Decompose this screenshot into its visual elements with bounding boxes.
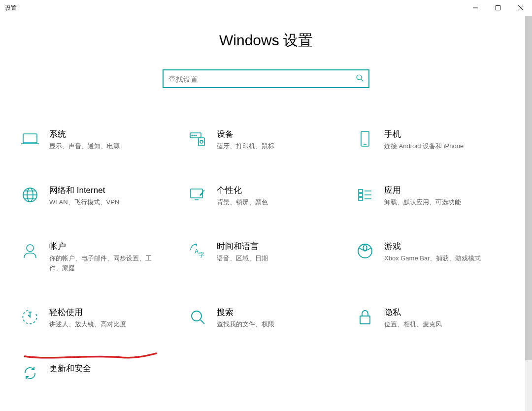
titlebar: 设置 [0, 0, 532, 16]
svg-rect-6 [23, 134, 37, 143]
tile-system[interactable]: 系统 显示、声音、通知、电源 [20, 128, 177, 151]
tile-title: 网络和 Internet [49, 185, 119, 196]
tile-gaming[interactable]: 游戏 Xbox Game Bar、捕获、游戏模式 [355, 241, 512, 273]
svg-rect-12 [199, 138, 204, 146]
tile-accounts[interactable]: 帐户 你的帐户、电子邮件、同步设置、工作、家庭 [20, 241, 177, 273]
svg-rect-24 [359, 190, 363, 192]
tile-desc: 讲述人、放大镜、高对比度 [49, 319, 126, 329]
ease-of-access-icon [20, 307, 40, 327]
content-area: Windows 设置 系统 显示、声音、通知、电源 设备 蓝牙、打 [0, 16, 532, 411]
svg-point-9 [192, 135, 193, 136]
tile-title: 设备 [217, 128, 274, 140]
window-controls [464, 0, 532, 16]
svg-text:A: A [195, 248, 199, 255]
tile-title: 更新和安全 [49, 363, 91, 375]
time-language-icon: A字 [187, 241, 208, 261]
tile-desc: 蓝牙、打印机、鼠标 [217, 141, 274, 151]
close-button[interactable] [509, 0, 532, 16]
tile-title: 手机 [384, 128, 464, 140]
tile-desc: 你的帐户、电子邮件、同步设置、工作、家庭 [49, 253, 163, 273]
svg-line-5 [361, 79, 363, 81]
search-container [0, 69, 532, 88]
tile-search[interactable]: 搜索 查找我的文件、权限 [187, 307, 345, 329]
tile-title: 应用 [384, 185, 461, 196]
phone-icon [355, 128, 375, 149]
search-icon [356, 74, 364, 84]
tile-desc: WLAN、飞行模式、VPN [49, 197, 119, 207]
scrollbar-track[interactable] [525, 16, 532, 411]
tile-desc: 位置、相机、麦克风 [384, 319, 442, 329]
svg-line-32 [196, 244, 197, 246]
tile-ease-of-access[interactable]: 轻松使用 讲述人、放大镜、高对比度 [20, 307, 177, 329]
tile-title: 时间和语言 [217, 241, 268, 253]
tile-title: 个性化 [217, 185, 268, 196]
account-icon [20, 241, 40, 261]
settings-grid: 系统 显示、声音、通知、电源 设备 蓝牙、打印机、鼠标 手机 连接 Androi… [0, 128, 532, 403]
svg-rect-25 [359, 193, 363, 196]
tile-time-language[interactable]: A字 时间和语言 语音、区域、日期 [187, 241, 345, 273]
gaming-icon [355, 241, 375, 261]
maximize-button[interactable] [487, 0, 509, 16]
window-title: 设置 [5, 4, 17, 12]
tile-apps[interactable]: 应用 卸载、默认应用、可选功能 [355, 185, 512, 207]
tile-personalization[interactable]: 个性化 背景、锁屏、颜色 [187, 185, 345, 207]
apps-icon [355, 185, 375, 205]
tile-devices[interactable]: 设备 蓝牙、打印机、鼠标 [187, 128, 345, 151]
search-box[interactable] [163, 69, 369, 88]
tile-title: 轻松使用 [49, 307, 126, 318]
svg-text:字: 字 [199, 252, 204, 258]
svg-point-10 [194, 135, 195, 136]
tile-phone[interactable]: 手机 连接 Android 设备和 iPhone [355, 128, 512, 151]
tile-network[interactable]: 网络和 Internet WLAN、飞行模式、VPN [20, 185, 177, 207]
tile-update-security[interactable]: 更新和安全 [20, 363, 177, 383]
tile-desc: 卸载、默认应用、可选功能 [384, 197, 461, 207]
svg-rect-39 [360, 316, 370, 324]
tile-privacy[interactable]: 隐私 位置、相机、麦克风 [355, 307, 512, 329]
devices-icon [187, 128, 208, 149]
tile-desc: 连接 Android 设备和 iPhone [384, 141, 464, 151]
magnifier-icon [187, 307, 208, 327]
page-title: Windows 设置 [0, 31, 532, 51]
scrollbar-thumb[interactable] [525, 16, 532, 360]
globe-icon [20, 185, 40, 205]
tile-desc: 背景、锁屏、颜色 [217, 197, 268, 207]
search-input[interactable] [168, 75, 356, 83]
tile-desc: 查找我的文件、权限 [217, 319, 274, 329]
tile-title: 帐户 [49, 241, 163, 253]
tile-title: 隐私 [384, 307, 442, 318]
tile-desc: 语音、区域、日期 [217, 253, 268, 263]
svg-point-13 [200, 140, 203, 143]
tile-desc: Xbox Game Bar、捕获、游戏模式 [384, 253, 481, 263]
tile-title: 系统 [49, 128, 120, 140]
svg-point-11 [196, 135, 197, 136]
svg-point-30 [27, 245, 33, 252]
svg-rect-21 [191, 189, 202, 198]
tile-title: 游戏 [384, 241, 481, 253]
svg-rect-1 [496, 6, 500, 10]
svg-point-37 [192, 311, 201, 321]
lock-icon [355, 307, 375, 327]
tile-desc: 显示、声音、通知、电源 [49, 141, 120, 151]
svg-line-38 [200, 320, 204, 324]
svg-rect-26 [359, 197, 363, 200]
svg-point-4 [357, 75, 362, 80]
laptop-icon [20, 128, 40, 149]
minimize-button[interactable] [464, 0, 487, 16]
update-icon [20, 363, 40, 383]
tile-title: 搜索 [217, 307, 274, 318]
personalize-icon [187, 185, 208, 205]
